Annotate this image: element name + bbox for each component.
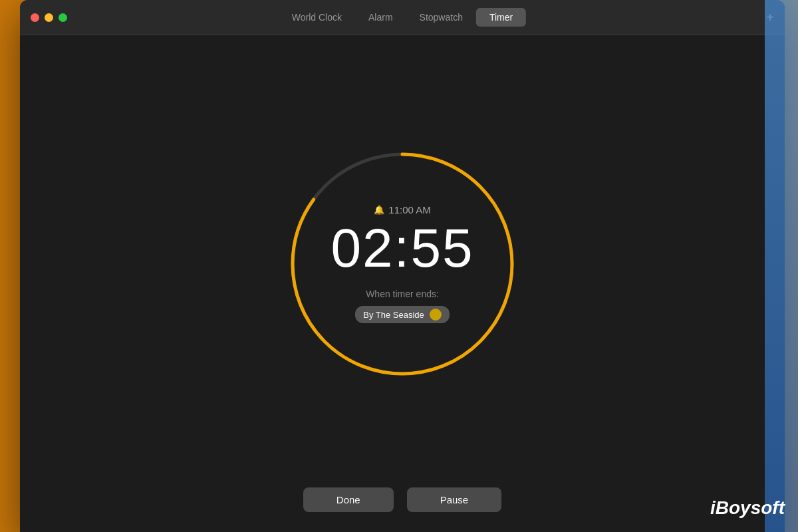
tab-timer[interactable]: Timer	[476, 8, 526, 27]
sound-badge[interactable]: By The Seaside	[355, 306, 450, 323]
done-button[interactable]: Done	[303, 487, 394, 512]
timer-container: 🔔 11:00 AM 02:55 When timer ends: By The…	[283, 144, 522, 384]
tab-bar: World Clock Alarm Stopwatch Timer	[279, 8, 526, 27]
when-timer-ends-label: When timer ends:	[366, 289, 439, 299]
traffic-lights	[31, 13, 67, 22]
bell-icon: 🔔	[374, 205, 384, 215]
alarm-time-value: 11:00 AM	[388, 204, 430, 215]
close-button[interactable]	[31, 13, 39, 22]
watermark-brand: Boysoft	[716, 497, 785, 518]
watermark: iBoysoft	[710, 497, 785, 519]
tab-alarm[interactable]: Alarm	[355, 8, 406, 27]
app-window: World Clock Alarm Stopwatch Timer + 🔔 11…	[20, 0, 785, 532]
maximize-button[interactable]	[59, 13, 67, 22]
tab-world-clock[interactable]: World Clock	[279, 8, 355, 27]
titlebar: World Clock Alarm Stopwatch Timer +	[20, 0, 785, 35]
sound-icon	[430, 309, 442, 321]
watermark-text: i	[710, 497, 716, 518]
alarm-time: 🔔 11:00 AM	[374, 204, 430, 215]
right-background-panel	[765, 0, 798, 532]
main-content: 🔔 11:00 AM 02:55 When timer ends: By The…	[20, 35, 785, 532]
pause-button[interactable]: Pause	[407, 487, 502, 512]
timer-inner: 🔔 11:00 AM 02:55 When timer ends: By The…	[283, 144, 522, 384]
sound-name: By The Seaside	[363, 310, 424, 320]
tab-stopwatch[interactable]: Stopwatch	[406, 8, 476, 27]
minimize-button[interactable]	[45, 13, 53, 22]
bottom-buttons: Done Pause	[303, 487, 501, 512]
timer-display: 02:55	[331, 221, 473, 275]
